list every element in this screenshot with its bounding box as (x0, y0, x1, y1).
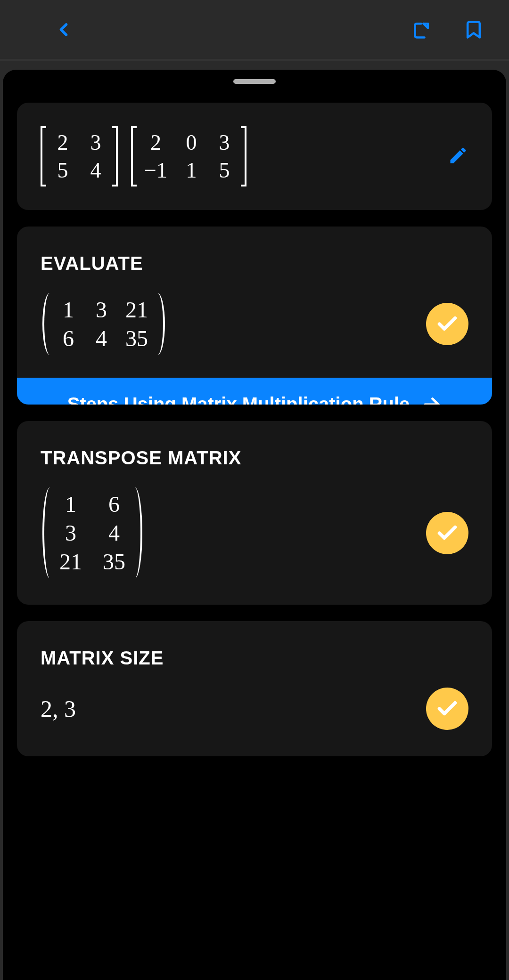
topbar-separator (0, 59, 509, 61)
matrix-cell: 1 (59, 297, 77, 323)
matrix-size-check-button[interactable] (426, 688, 468, 730)
matrix-cell: 0 (182, 130, 200, 155)
matrix-cell: 3 (215, 130, 233, 155)
matrix-cell: 3 (59, 520, 82, 546)
evaluate-result-matrix: 1 3 21 6 4 35 (41, 293, 167, 355)
matrix-cell: 21 (59, 549, 82, 575)
bottom-sheet: 2 3 5 4 2 0 3 −1 1 5 (3, 70, 506, 980)
matrix-cell: 35 (125, 325, 148, 351)
chevron-left-icon (53, 19, 74, 40)
steps-label: Steps Using Matrix Multiplication Rule (67, 394, 410, 405)
top-bar (0, 0, 509, 59)
input-matrices: 2 3 5 4 2 0 3 −1 1 5 (41, 126, 246, 186)
evaluate-check-button[interactable] (426, 303, 468, 345)
evaluate-card: EVALUATE 1 3 21 6 4 35 (17, 227, 492, 405)
matrix-cell: 4 (92, 325, 110, 351)
share-button[interactable] (410, 18, 434, 41)
matrix-cell: 2 (54, 130, 72, 155)
matrix-cell: 35 (103, 549, 125, 575)
input-expression-card: 2 3 5 4 2 0 3 −1 1 5 (17, 103, 492, 210)
matrix-size-value: 2, 3 (41, 696, 76, 722)
input-matrix-2: 2 0 3 −1 1 5 (131, 126, 246, 186)
check-icon (435, 697, 459, 721)
pencil-icon (448, 145, 468, 166)
sheet-drag-handle[interactable] (233, 79, 276, 84)
steps-button[interactable]: Steps Using Matrix Multiplication Rule (17, 378, 492, 405)
matrix-cell: 3 (87, 130, 105, 155)
bookmark-icon (463, 19, 484, 40)
matrix-cell: 4 (87, 158, 105, 183)
share-icon (411, 19, 432, 40)
matrix-cell: 4 (103, 520, 125, 546)
input-matrix-1: 2 3 5 4 (41, 126, 118, 186)
section-title: MATRIX SIZE (41, 648, 468, 669)
bookmark-button[interactable] (462, 18, 485, 41)
matrix-cell: 5 (54, 158, 72, 183)
check-icon (435, 521, 459, 545)
transpose-result-matrix: 1 6 3 4 21 35 (41, 487, 144, 578)
section-title: EVALUATE (41, 253, 468, 274)
edit-expression-button[interactable] (448, 145, 468, 168)
section-title: TRANSPOSE MATRIX (41, 447, 468, 469)
matrix-cell: 6 (103, 491, 125, 517)
matrix-cell: −1 (144, 158, 167, 183)
matrix-cell: 5 (215, 158, 233, 183)
transpose-card: TRANSPOSE MATRIX 1 6 3 4 21 35 (17, 421, 492, 605)
matrix-cell: 2 (144, 130, 167, 155)
matrix-size-card: MATRIX SIZE 2, 3 (17, 621, 492, 756)
matrix-cell: 1 (59, 491, 82, 517)
transpose-check-button[interactable] (426, 512, 468, 554)
matrix-cell: 1 (182, 158, 200, 183)
matrix-cell: 3 (92, 297, 110, 323)
matrix-cell: 6 (59, 325, 77, 351)
check-icon (435, 312, 459, 336)
arrow-right-icon (422, 395, 442, 405)
back-button[interactable] (52, 18, 75, 41)
matrix-cell: 21 (125, 297, 148, 323)
